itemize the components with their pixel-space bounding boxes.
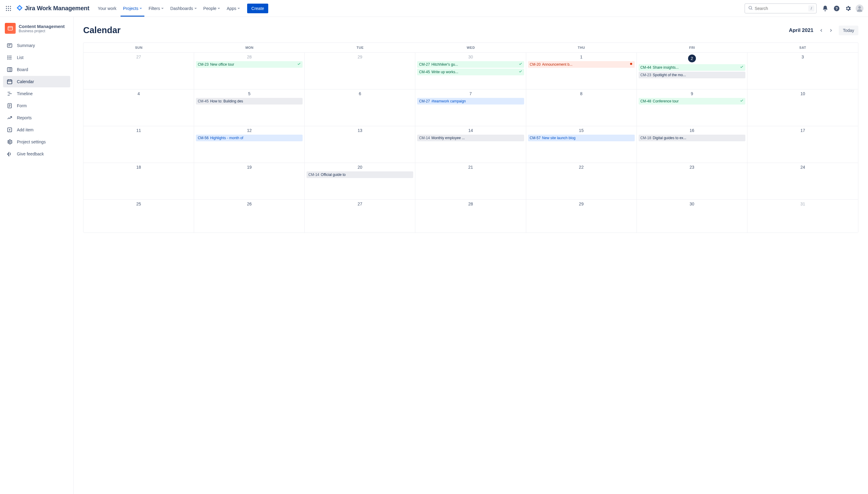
week-row: 45CM-45How to: Building des67CM-27#teamw… (84, 90, 858, 126)
nav-projects[interactable]: Projects (120, 4, 145, 13)
day-cell[interactable]: 1CM-20Announcement b... (526, 53, 637, 90)
dow-header: FRI (637, 43, 747, 53)
sidebar-item-label: Reports (17, 115, 32, 120)
day-cell[interactable]: 9CM-48Conference tour (637, 90, 747, 126)
today-button[interactable]: Today (839, 25, 858, 35)
next-month-button[interactable] (827, 27, 834, 34)
day-cell[interactable]: 30 (637, 200, 747, 233)
day-cell[interactable]: 15CM-57New site launch blog (526, 126, 637, 163)
chevron-down-icon (140, 8, 142, 9)
calendar-event[interactable]: CM-20Announcement b... (528, 61, 635, 68)
day-cell[interactable]: 18 (84, 163, 194, 200)
day-cell[interactable]: 7CM-27#teamwork campaign (415, 90, 526, 126)
day-cell[interactable]: 29 (305, 53, 415, 90)
day-cell[interactable]: 8 (526, 90, 637, 126)
sidebar-item-board[interactable]: Board (3, 64, 70, 75)
status-dot-icon (628, 62, 633, 67)
sidebar-item-reports[interactable]: Reports (3, 112, 70, 124)
day-cell[interactable]: 29 (526, 200, 637, 233)
nav-filters[interactable]: Filters (146, 4, 167, 13)
search-input[interactable] (755, 6, 808, 11)
day-cell[interactable]: 14CM-14Monthly employee ... (415, 126, 526, 163)
calendar-event[interactable]: CM-45How to: Building des (196, 98, 302, 104)
day-cell[interactable]: 3 (747, 53, 858, 90)
nav-apps[interactable]: Apps (224, 4, 243, 13)
calendar-event[interactable]: CM-44Share insights... (639, 64, 745, 71)
day-cell[interactable]: 27 (305, 200, 415, 233)
day-cell[interactable]: 28 (415, 200, 526, 233)
day-cell[interactable]: 4 (84, 90, 194, 126)
day-cell[interactable]: 17 (747, 126, 858, 163)
help-icon[interactable]: ? (832, 4, 842, 13)
day-cell[interactable]: 20CM-14Official guide to (305, 163, 415, 200)
list-icon (7, 55, 13, 60)
svg-text:?: ? (835, 6, 838, 11)
day-cell[interactable]: 10 (747, 90, 858, 126)
calendar-controls: April 2021 Today (789, 25, 858, 35)
check-icon (739, 65, 743, 70)
events-list: CM-27#teamwork campaign (417, 98, 524, 104)
calendar-event[interactable]: CM-18Digital guides to ex... (639, 135, 745, 141)
sidebar-item-form[interactable]: Form (3, 100, 70, 111)
day-cell[interactable]: 26 (194, 200, 305, 233)
day-cell[interactable]: 31 (747, 200, 858, 233)
day-number: 25 (85, 202, 192, 206)
search-input-wrapper[interactable]: / (744, 3, 817, 14)
project-header[interactable]: Content Management Business project (3, 23, 70, 38)
day-cell[interactable]: 25 (84, 200, 194, 233)
prev-month-button[interactable] (818, 27, 825, 34)
day-cell[interactable]: 30CM-27Hitchhiker's gu...CM-45Write up w… (415, 53, 526, 90)
calendar-event[interactable]: CM-14Monthly employee ... (417, 135, 524, 141)
settings-icon[interactable] (843, 4, 853, 13)
event-title: Share insights... (653, 65, 739, 70)
day-cell[interactable]: 24 (747, 163, 858, 200)
sidebar-item-list[interactable]: List (3, 52, 70, 63)
create-button[interactable]: Create (247, 4, 268, 13)
calendar-event[interactable]: CM-56Highlights - month of (196, 135, 302, 141)
week-row: 2728CM-23New office tour2930CM-27Hitchhi… (84, 53, 858, 90)
notifications-icon[interactable] (820, 4, 830, 13)
sidebar-item-project-settings[interactable]: Project settings (3, 136, 70, 148)
profile-avatar[interactable] (855, 4, 864, 13)
calendar-event[interactable]: CM-27#teamwork campaign (417, 98, 524, 104)
calendar-event[interactable]: CM-27Hitchhiker's gu... (417, 61, 524, 68)
calendar-event[interactable]: CM-23Spotlight of the mo... (639, 72, 745, 78)
nav-your-work[interactable]: Your work (95, 4, 119, 13)
day-cell[interactable]: 16CM-18Digital guides to ex... (637, 126, 747, 163)
nav-people[interactable]: People (200, 4, 223, 13)
calendar-event[interactable]: CM-57New site launch blog (528, 135, 635, 141)
dow-header: TUE (305, 43, 415, 53)
day-cell[interactable]: 28CM-23New office tour (194, 53, 305, 90)
check-icon (739, 98, 743, 104)
day-cell[interactable]: 2CM-44Share insights...CM-23Spotlight of… (637, 53, 747, 90)
calendar-event[interactable]: CM-14Official guide to (307, 171, 413, 178)
day-cell[interactable]: 6 (305, 90, 415, 126)
nav-dashboards[interactable]: Dashboards (167, 4, 200, 13)
brand-logo[interactable]: Jira Work Management (16, 4, 90, 12)
summary-icon (7, 42, 13, 49)
project-subtitle: Business project (19, 29, 65, 33)
sidebar-item-calendar[interactable]: Calendar (3, 76, 70, 87)
calendar-event[interactable]: CM-48Conference tour (639, 98, 745, 104)
day-number: 16 (639, 128, 745, 133)
day-cell[interactable]: 27 (84, 53, 194, 90)
day-cell[interactable]: 12CM-56Highlights - month of (194, 126, 305, 163)
event-key: CM-14 (419, 135, 430, 141)
day-cell[interactable]: 22 (526, 163, 637, 200)
sidebar-item-give-feedback[interactable]: Give feedback (3, 148, 70, 160)
sidebar-item-summary[interactable]: Summary (3, 40, 70, 51)
sidebar-item-timeline[interactable]: Timeline (3, 88, 70, 99)
day-cell[interactable]: 21 (415, 163, 526, 200)
app-switcher-icon[interactable] (4, 4, 13, 13)
day-cell[interactable]: 13 (305, 126, 415, 163)
day-cell[interactable]: 5CM-45How to: Building des (194, 90, 305, 126)
event-title: Monthly employee ... (431, 135, 522, 141)
event-title: Announcement b... (542, 62, 628, 67)
sidebar-item-add-item[interactable]: Add item (3, 124, 70, 136)
day-cell[interactable]: 11 (84, 126, 194, 163)
day-cell[interactable]: 19 (194, 163, 305, 200)
event-key: CM-14 (308, 172, 319, 177)
calendar-event[interactable]: CM-45Write up works... (417, 69, 524, 75)
calendar-event[interactable]: CM-23New office tour (196, 61, 302, 68)
day-cell[interactable]: 23 (637, 163, 747, 200)
